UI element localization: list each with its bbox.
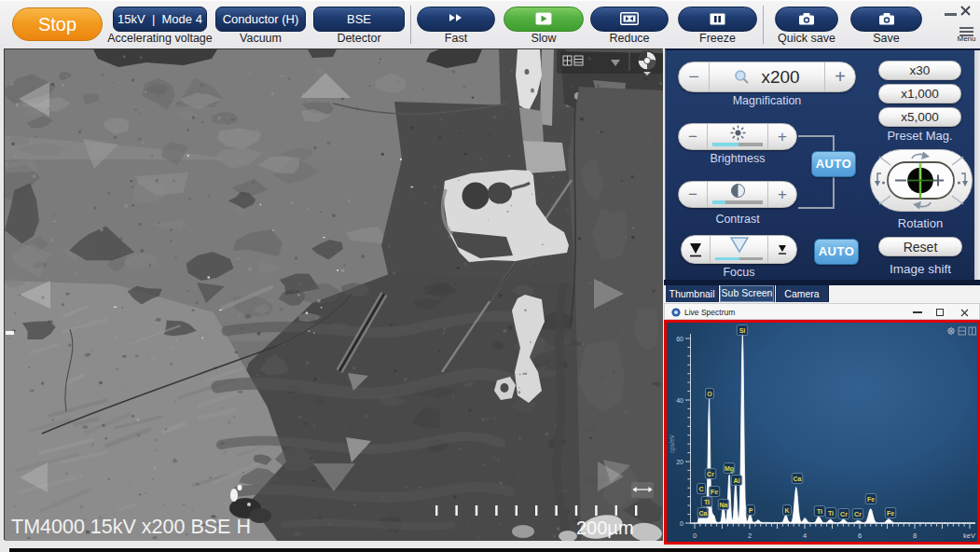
svg-text:Fe: Fe: [711, 489, 718, 495]
svg-text:2: 2: [748, 531, 752, 540]
svg-text:4: 4: [803, 531, 807, 540]
svg-text:keV: keV: [963, 531, 975, 540]
svg-text:cps/eV: cps/eV: [669, 434, 676, 453]
svg-text:Fe: Fe: [887, 510, 894, 517]
svg-text:TM4000 15kV x200 BSE H: TM4000 15kV x200 BSE H: [11, 516, 251, 538]
svg-text:Cr: Cr: [707, 471, 714, 477]
svg-text:200µm: 200µm: [576, 518, 634, 538]
svg-text:40: 40: [676, 397, 683, 404]
svg-text:Ti: Ti: [828, 510, 834, 517]
svg-text:Fe: Fe: [867, 496, 875, 503]
svg-text:Mg: Mg: [725, 465, 734, 473]
svg-text:20: 20: [676, 459, 683, 465]
svg-text:Si: Si: [739, 327, 746, 334]
svg-text:60: 60: [676, 336, 683, 342]
svg-text:Cr: Cr: [840, 511, 848, 518]
svg-text:Na: Na: [720, 502, 728, 508]
svg-text:8: 8: [913, 531, 917, 540]
svg-text:0: 0: [693, 531, 697, 540]
svg-text:P: P: [749, 507, 753, 514]
svg-text:Ca: Ca: [794, 476, 802, 482]
svg-text:C: C: [698, 486, 703, 492]
svg-text:K: K: [784, 507, 789, 514]
svg-text:Al: Al: [734, 477, 740, 484]
svg-text:Ti: Ti: [704, 499, 710, 505]
svg-text:0: 0: [680, 520, 683, 527]
svg-text:6: 6: [858, 531, 862, 540]
svg-text:Ti: Ti: [817, 508, 822, 515]
svg-text:Cr: Cr: [854, 511, 862, 518]
svg-text:O: O: [707, 391, 712, 397]
svg-text:Ca: Ca: [699, 510, 708, 517]
